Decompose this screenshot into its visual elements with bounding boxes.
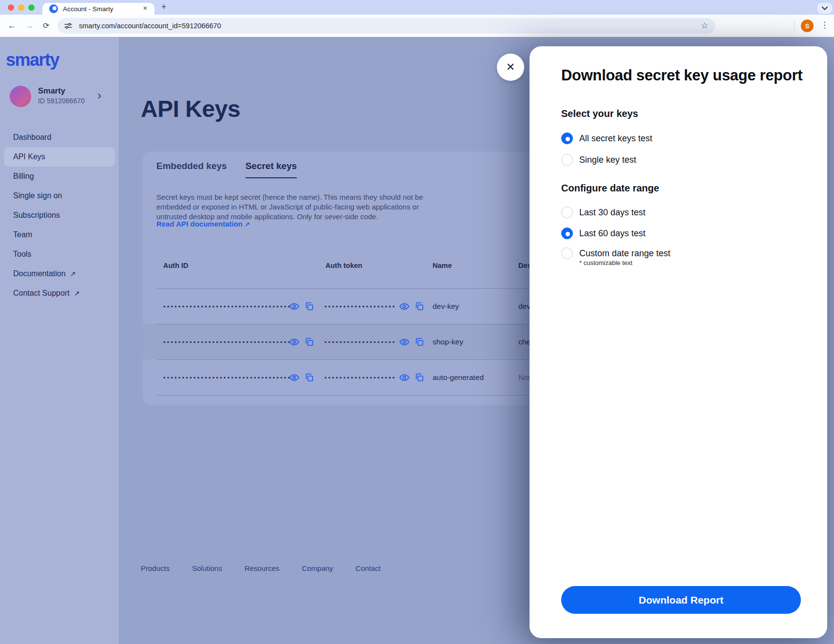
section-heading-select-keys: Select your keys — [561, 108, 638, 119]
reveal-eye-icon[interactable] — [399, 372, 410, 383]
sidebar-nav: Dashboard API Keys Billing Single sign o… — [4, 128, 115, 303]
browser-menu-kebab-icon[interactable]: ⋮ — [820, 20, 829, 30]
url-text[interactable]: smarty.com/account/account_id=5912066670 — [79, 22, 221, 30]
sidebar-item-label: Billing — [13, 172, 34, 181]
footer-link-contact[interactable]: Contact — [356, 564, 381, 572]
radio-button-icon[interactable] — [561, 133, 573, 144]
bookmark-star-icon[interactable]: ☆ — [701, 20, 708, 31]
reveal-eye-icon[interactable] — [399, 301, 410, 312]
account-switcher[interactable]: Smarty ID 5912066670 › — [0, 85, 119, 110]
radio-button-icon[interactable] — [561, 227, 573, 239]
column-header-auth-token: Auth token — [325, 262, 362, 269]
sidebar-item-billing[interactable]: Billing — [4, 167, 115, 186]
copy-icon[interactable] — [414, 301, 425, 312]
radio-label: Last 30 days test — [579, 208, 645, 218]
sidebar-item-label: API Keys — [13, 152, 45, 161]
close-drawer-button[interactable]: ✕ — [497, 54, 524, 81]
copy-icon[interactable] — [414, 372, 425, 383]
footer-link-products[interactable]: Products — [141, 564, 170, 572]
doc-link-label: Read API documentation — [156, 220, 243, 228]
account-name: Smarty — [38, 86, 65, 95]
smarty-logo[interactable]: smarty — [6, 50, 59, 70]
radio-last-60-days[interactable]: Last 60 days test — [561, 227, 645, 239]
account-id: ID 5912066670 — [38, 97, 85, 105]
close-window-button[interactable] — [8, 4, 14, 11]
radio-sublabel: * customizable text — [579, 259, 632, 266]
sidebar-item-contact-support[interactable]: Contact Support↗ — [4, 284, 115, 303]
browser-tab-strip: Account - Smarty ✕ + — [0, 0, 834, 15]
sidebar-item-team[interactable]: Team — [4, 225, 115, 245]
site-settings-icon[interactable] — [64, 22, 72, 30]
footer-link-solutions[interactable]: Solutions — [192, 564, 222, 572]
drawer-title: Download secret key usage report — [561, 67, 802, 84]
radio-button-icon[interactable] — [561, 154, 573, 166]
tab-secret-keys[interactable]: Secret keys — [246, 161, 297, 178]
reveal-eye-icon[interactable] — [289, 301, 300, 312]
auth-id-masked-value: •••••••••••••••••••••••••••••••••• — [163, 338, 292, 345]
sidebar-item-documentation[interactable]: Documentation↗ — [4, 264, 115, 284]
read-api-documentation-link[interactable]: Read API documentation↗ — [156, 220, 250, 228]
sidebar-item-label: Single sign on — [13, 191, 62, 200]
footer-link-company[interactable]: Company — [302, 564, 333, 572]
sidebar-item-tools[interactable]: Tools — [4, 245, 115, 264]
download-report-button[interactable]: Download Report — [561, 586, 801, 614]
chevron-down-icon — [822, 6, 828, 10]
toolbar-divider — [794, 20, 795, 31]
sidebar-item-label: Tools — [13, 250, 31, 259]
new-tab-button[interactable]: + — [161, 2, 167, 12]
footer-link-resources[interactable]: Resources — [245, 564, 280, 572]
secret-keys-description: Secret keys must be kept secret (hence t… — [156, 192, 429, 222]
keys-tabs: Embedded keys Secret keys — [156, 161, 297, 178]
smarty-favicon-icon — [49, 4, 58, 13]
sidebar-item-single-sign-on[interactable]: Single sign on — [4, 186, 115, 206]
reveal-eye-icon[interactable] — [289, 372, 300, 383]
external-link-icon: ↗ — [74, 289, 80, 297]
tab-search-chevron-button[interactable] — [817, 3, 832, 14]
copy-icon[interactable] — [304, 337, 315, 347]
radio-last-30-days[interactable]: Last 30 days test — [561, 207, 645, 218]
key-description: che — [518, 338, 531, 346]
browser-profile-avatar[interactable]: S — [801, 19, 814, 32]
key-name: shop-key — [433, 338, 463, 346]
radio-label: Single key test — [579, 155, 636, 165]
radio-custom-date-range[interactable]: Custom date range test — [561, 247, 670, 259]
tab-embedded-keys[interactable]: Embedded keys — [156, 161, 227, 178]
auth-token-masked-value: ••••••••••••••••••• — [324, 338, 396, 345]
minimize-window-button[interactable] — [18, 4, 24, 11]
tab-close-icon[interactable]: ✕ — [143, 5, 148, 12]
sidebar-item-label: Documentation — [13, 269, 66, 278]
sidebar-item-subscriptions[interactable]: Subscriptions — [4, 206, 115, 225]
reveal-eye-icon[interactable] — [399, 337, 410, 347]
sidebar-item-label: Team — [13, 230, 32, 239]
radio-single-key[interactable]: Single key test — [561, 154, 636, 166]
back-button[interactable]: ← — [8, 20, 16, 31]
radio-button-icon[interactable] — [561, 247, 573, 259]
section-heading-date-range: Configure date range — [561, 183, 659, 194]
key-name: dev-key — [433, 302, 459, 311]
key-description: Not — [518, 373, 530, 382]
sidebar-item-dashboard[interactable]: Dashboard — [4, 128, 115, 147]
copy-icon[interactable] — [304, 301, 315, 312]
copy-icon[interactable] — [414, 337, 425, 347]
radio-button-icon[interactable] — [561, 207, 573, 218]
external-link-icon: ↗ — [245, 221, 250, 228]
key-description: dev — [518, 302, 531, 311]
page-footer: Products Solutions Resources Company Con… — [141, 564, 381, 572]
auth-token-masked-value: ••••••••••••••••••• — [324, 374, 396, 381]
browser-tab[interactable]: Account - Smarty ✕ — [42, 3, 154, 15]
browser-toolbar: ← → ⟳ smarty.com/account/account_id=5912… — [0, 15, 834, 37]
address-bar[interactable]: smarty.com/account/account_id=5912066670… — [57, 18, 715, 34]
sidebar-item-api-keys[interactable]: API Keys — [4, 147, 115, 167]
download-report-drawer: Download secret key usage report Select … — [530, 46, 827, 638]
reload-button[interactable]: ⟳ — [43, 20, 49, 31]
reveal-eye-icon[interactable] — [289, 337, 300, 347]
forward-button[interactable]: → — [25, 20, 34, 31]
external-link-icon: ↗ — [70, 270, 76, 278]
sidebar-item-label: Contact Support — [13, 289, 70, 298]
radio-all-secret-keys[interactable]: All secret keys test — [561, 133, 652, 144]
tab-title: Account - Smarty — [63, 5, 114, 13]
copy-icon[interactable] — [304, 372, 315, 383]
maximize-window-button[interactable] — [28, 4, 35, 11]
radio-label: Last 60 days test — [579, 228, 645, 239]
close-icon: ✕ — [506, 61, 515, 74]
